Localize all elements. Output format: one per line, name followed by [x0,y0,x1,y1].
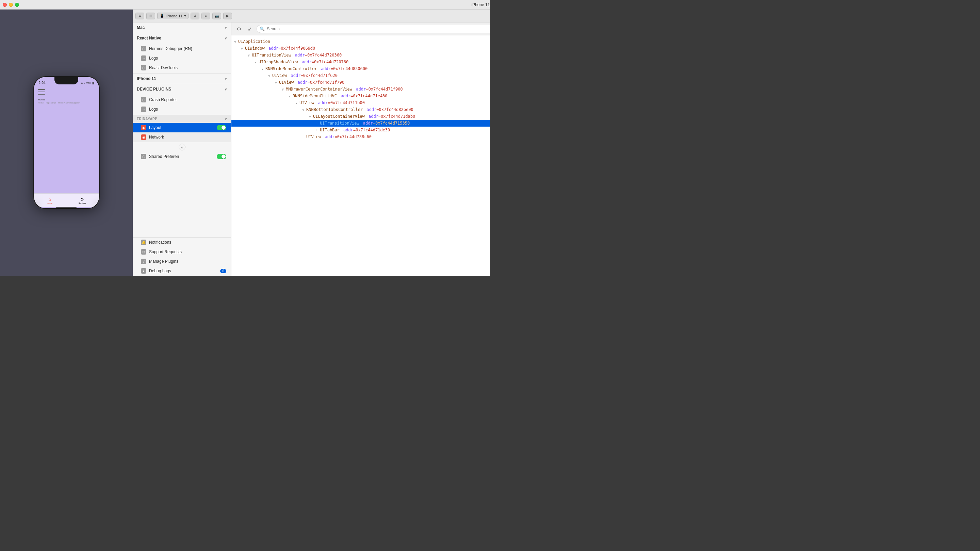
manage-plugins-icon: ? [141,259,146,264]
tree-node-ui-transition-selected[interactable]: › UITransitionView addr =0x7fc44d715350 [231,120,490,127]
node-attr: addr [356,87,366,92]
expand-tree-icon[interactable]: ⤢ [246,25,254,33]
tree-node-ui-view-4: UIView addr =0x7fc44d738c60 [231,134,490,140]
node-name: UITransitionView [252,53,291,57]
sidebar-item-manage-plugins[interactable]: ? Manage Plugins [133,256,231,266]
toggle-icon[interactable]: ∨ [248,53,252,57]
device-plugins-items: ⬡ Crash Reporter → Logs [133,94,231,115]
node-attr-spacer [366,114,369,119]
settings-button[interactable]: ⚙ [135,13,144,19]
tree-node-content-ui-layout-container[interactable]: ∨ UILayoutContainerView addr =0x7fc44d71… [306,113,418,119]
toggle-icon[interactable]: ∨ [255,60,259,64]
screenshot-button[interactable]: 📷 [212,13,221,19]
grid-button[interactable]: ⊞ [146,13,155,19]
refresh-button[interactable]: ↺ [191,13,199,19]
tree-node-content-ui-view-2[interactable]: ∨ UIView addr =0x7fc44d71f790 [272,79,347,85]
phone-content: Home Redux + TypeScript + React Native N… [34,86,99,193]
fridayapp-title: FRIDAYAPP [137,117,157,121]
toggle-icon[interactable]: ∨ [268,74,272,78]
manage-plugins-label: Manage Plugins [149,259,178,264]
toggle-icon[interactable]: › [316,121,320,125]
tree-node-ui-application: ∨ UIApplication [231,38,490,45]
tree-node-content-ui-application[interactable]: ∨ UIApplication [231,38,273,45]
device-plugins-header[interactable]: DEVICE PLUGINS ∨ [133,84,231,94]
phone-bottom-bar: ⌂ Home ⚙ Settings [34,193,99,207]
sidebar-item-logs[interactable]: → Logs [133,53,231,63]
phone-tab-settings[interactable]: ⚙ Settings [78,197,86,204]
settings-tree-icon[interactable]: ⚙ [235,25,243,33]
toggle-icon[interactable]: ∨ [309,115,313,118]
sidebar-item-crash-reporter[interactable]: ⬡ Crash Reporter [133,95,231,105]
settings-tab-icon: ⚙ [80,197,84,202]
menu-button[interactable]: ≡ [202,13,210,19]
devtools-label: React DevTools [149,65,178,70]
toggle-icon[interactable]: ∨ [288,94,293,98]
close-button[interactable] [3,3,7,7]
toggle-icon[interactable]: ∨ [275,81,279,84]
toggle-icon[interactable]: › [316,128,320,132]
tree-node-content-ui-view-3[interactable]: ∨ UIView addr =0x7fc44d711b00 [293,100,368,106]
scroll-up-icon: ∧ [179,143,185,150]
search-icon: 🔍 [259,27,265,31]
node-value: =0x7fc44d715350 [373,121,410,126]
toggle-icon[interactable]: ∨ [295,101,299,105]
search-input[interactable] [267,27,490,31]
tree-node-content-ui-transition-view-1[interactable]: ∨ UITransitionView addr =0x7fc44d720360 [245,52,344,58]
tree-node-content-ui-transition-selected[interactable]: › UITransitionView addr =0x7fc44d715350 [313,120,490,126]
react-native-section: React Native ∨ ⬡ Hermes Debugger (RN) → … [133,33,231,73]
tree-node-mm-drawer: ∨ MMDrawerCenterContainerView addr =0x7f… [231,86,490,92]
sidebar-item-react-devtools[interactable]: ⬡ React DevTools [133,63,231,73]
shared-prefs-toggle[interactable] [217,154,226,159]
toggle-icon[interactable]: ∨ [302,108,306,111]
phone-subtitle: Redux + TypeScript + React Native Naviga… [38,102,95,104]
device-selector[interactable]: 📱 iPhone 11 ▾ [157,13,189,19]
node-value: =0x7fc44d738c60 [335,134,372,139]
sidebar-item-hermes-debugger[interactable]: ⬡ Hermes Debugger (RN) [133,44,231,53]
tree-node-content-ui-view-1[interactable]: ∨ UIView addr =0x7fc44d71f620 [266,73,340,79]
phone-screen: 2:04 ●●● WiFi ▓ Home [34,77,99,208]
tree-node-rnn-side-menu: ∨ RNNSideMenuController addr =0x7fc44d83… [231,65,490,72]
sidebar-item-notifications[interactable]: 🔔 Notifications [133,237,231,247]
react-native-items: ⬡ Hermes Debugger (RN) → Logs ⬡ React De… [133,43,231,73]
sidebar-item-debug-logs[interactable]: ℹ Debug Logs 6 [133,266,231,276]
node-attr-spacer [266,46,269,51]
toggle-icon[interactable]: ∨ [282,88,286,91]
tree-node-content-rnn-side-menu-child[interactable]: ∨ RNNSideMenuChildVC addr =0x7fc44d71e43… [286,93,390,99]
tree-node-content-rnn-side-menu[interactable]: ∨ RNNSideMenuController addr =0x7fc44d83… [259,66,370,72]
toggle-icon[interactable]: ∨ [234,40,238,43]
tree-node-content-ui-drop-shadow[interactable]: ∨ UIDropShadowView addr =0x7fc44d720760 [252,59,351,65]
tree-node-content-mm-drawer[interactable]: ∨ MMDrawerCenterContainerView addr =0x7f… [279,86,406,92]
sidebar-item-layout[interactable]: ◉ Layout [133,123,231,132]
sidebar-item-shared-prefs[interactable]: ⬡ Shared Preferen [133,152,231,161]
layout-toggle[interactable] [217,125,226,131]
tree-node-content-ui-tab-bar[interactable]: › UITabBar addr =0x7fc44d71de30 [313,127,393,133]
tree-node-content-ui-view-4[interactable]: UIView addr =0x7fc44d738c60 [299,134,374,140]
phone-tab-home[interactable]: ⌂ Home [47,197,52,204]
toggle-icon[interactable]: ∨ [261,67,266,71]
sidebar-item-device-logs[interactable]: → Logs [133,105,231,114]
flipper-sidebar: Mac ∨ React Native ∨ ⬡ He [133,22,231,276]
fridayapp-header[interactable]: FRIDAYAPP ∨ [133,115,231,123]
tree-node-content-ui-window[interactable]: ∨ UIWindow addr =0x7fc44f9069d0 [238,45,318,51]
toggle-icon[interactable]: ∨ [241,47,245,50]
node-name: RNNBottomTabsController [306,107,363,112]
node-attr: addr [369,114,379,119]
node-attr-spacer [293,53,295,57]
search-bar[interactable]: 🔍 [256,25,490,33]
video-button[interactable]: ▶ [223,13,232,19]
sidebar-item-support-requests[interactable]: ⊡ Support Requests [133,247,231,256]
sidebar-item-network[interactable]: ◉ Network [133,132,231,142]
maximize-button[interactable] [15,3,19,7]
iphone-section-header[interactable]: IPhone 11 ∨ [133,73,231,84]
minimize-button[interactable] [9,3,13,7]
debug-logs-label: Debug Logs [149,269,171,273]
node-attr: addr [366,107,376,112]
tree-node-rnn-bottom-tabs: ∨ RNNBottomTabsController addr =0x7fc44d… [231,106,490,113]
chevron-down-icon: ▾ [184,14,186,18]
mac-section-header[interactable]: Mac ∨ [133,22,231,33]
node-attr: addr [298,80,308,85]
react-native-section-header[interactable]: React Native ∨ [133,33,231,43]
device-plugins-title: DEVICE PLUGINS [137,87,171,92]
iphone-section-title: IPhone 11 [137,76,156,81]
tree-node-content-rnn-bottom-tabs[interactable]: ∨ RNNBottomTabsController addr =0x7fc44d… [299,107,416,113]
